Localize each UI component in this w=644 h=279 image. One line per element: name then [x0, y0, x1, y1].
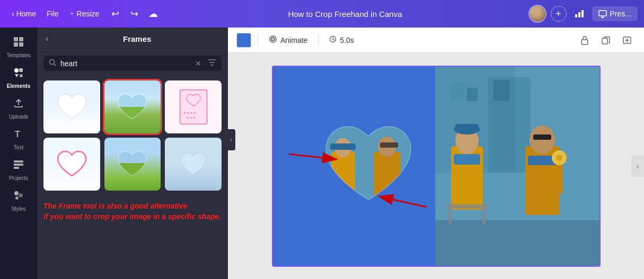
top-navigation: ‹ Home File ✦ Resize ↩ ↪ ☁ How to Crop F… — [0, 0, 644, 28]
svg-rect-32 — [115, 163, 149, 180]
undo-button[interactable]: ↩ — [107, 5, 123, 22]
sidebar-item-elements[interactable]: Elements — [0, 62, 37, 93]
frames-panel-header: ‹ Frames — [37, 28, 228, 50]
frame-item[interactable] — [43, 138, 100, 191]
duration-button[interactable]: 5.0s — [325, 33, 358, 47]
chevron-left-icon: ‹ — [12, 10, 14, 18]
chevron-right-icon: › — [637, 162, 639, 170]
svg-rect-70 — [330, 143, 356, 150]
canvas-viewport[interactable]: › — [228, 53, 644, 279]
heart-cutout — [315, 115, 421, 218]
search-clear-button[interactable]: ✕ — [195, 59, 201, 68]
annotation-text: The Frame tool is also a good alternativ… — [43, 202, 221, 221]
duration-label: 5.0s — [340, 36, 354, 44]
animate-button[interactable]: Animate — [264, 33, 312, 47]
text-icon: T — [13, 128, 24, 142]
avatar[interactable] — [528, 5, 546, 23]
svg-point-20 — [15, 196, 19, 200]
animate-icon — [269, 35, 277, 45]
sidebar-item-projects[interactable]: Projects — [0, 155, 37, 185]
canvas-content — [272, 66, 601, 267]
svg-point-18 — [14, 191, 19, 195]
toolbar-divider — [258, 34, 258, 47]
analytics-button[interactable] — [571, 5, 588, 22]
sidebar-item-styles[interactable]: Styles — [0, 185, 37, 216]
frames-panel: ‹ Frames ✕ — [37, 28, 228, 279]
sidebar: Templates Elements Uploads — [0, 28, 37, 279]
resize-menu[interactable]: ✦ Resize — [64, 6, 105, 21]
svg-rect-27 — [115, 107, 149, 123]
svg-rect-3 — [599, 11, 606, 16]
elements-icon — [13, 67, 24, 81]
svg-rect-15 — [14, 160, 23, 163]
search-input[interactable] — [60, 59, 191, 68]
svg-point-10 — [14, 68, 19, 73]
svg-rect-39 — [581, 40, 588, 44]
collapse-icon: ‹ — [230, 136, 232, 143]
frame-item[interactable]: ♥ ♥ ♥ ♥ ♥ ♥ ♥ — [165, 80, 222, 133]
svg-line-22 — [54, 64, 56, 66]
animate-label: Animate — [280, 36, 307, 44]
document-title: How to Crop Freehand in Canva — [162, 10, 528, 19]
canvas-right-panel-toggle[interactable]: › — [631, 156, 644, 177]
svg-rect-31 — [115, 148, 149, 163]
canvas-photo — [435, 67, 599, 266]
templates-icon — [13, 36, 24, 50]
color-swatch[interactable] — [236, 33, 251, 48]
frame-item[interactable] — [43, 80, 100, 133]
svg-rect-68 — [331, 152, 355, 200]
frame-tool-annotation: The Frame tool is also a good alternativ… — [37, 195, 228, 228]
search-icon — [49, 59, 56, 68]
add-collaborator-button[interactable]: + — [551, 6, 567, 22]
svg-rect-48 — [467, 88, 478, 101]
search-filter-button[interactable] — [208, 59, 216, 68]
file-menu[interactable]: File — [41, 6, 64, 21]
frames-panel-title: Frames — [55, 34, 219, 43]
frame-item[interactable] — [165, 138, 222, 191]
svg-text:T: T — [15, 130, 20, 139]
add-page-button[interactable] — [619, 32, 636, 49]
sidebar-item-templates[interactable]: Templates — [0, 32, 37, 62]
svg-rect-47 — [451, 83, 464, 101]
resize-label: Resize — [77, 10, 100, 18]
home-label: Home — [16, 10, 36, 18]
cloud-save-button[interactable]: ☁ — [145, 5, 162, 22]
svg-rect-17 — [14, 167, 19, 169]
toolbar-divider-2 — [318, 34, 319, 47]
svg-rect-63 — [556, 162, 562, 194]
svg-rect-57 — [448, 209, 452, 224]
panel-collapse-button[interactable]: ‹ — [227, 129, 235, 150]
home-button[interactable]: ‹ Home — [6, 6, 41, 21]
sidebar-item-uploads[interactable]: Uploads — [0, 93, 37, 124]
svg-rect-1 — [578, 12, 580, 17]
svg-point-19 — [19, 193, 23, 197]
svg-point-35 — [272, 39, 274, 40]
resize-star-icon: ✦ — [69, 10, 75, 17]
svg-rect-50 — [435, 220, 599, 266]
svg-rect-16 — [14, 164, 23, 166]
file-label: File — [47, 10, 59, 18]
svg-rect-58 — [482, 209, 486, 224]
frames-panel-back-button[interactable]: ‹ — [46, 34, 48, 43]
sidebar-item-text[interactable]: T Text — [0, 124, 37, 155]
svg-rect-11 — [19, 68, 23, 72]
svg-rect-9 — [19, 42, 23, 47]
svg-rect-61 — [533, 134, 551, 140]
frame-item[interactable] — [104, 138, 161, 191]
elements-label: Elements — [7, 83, 30, 89]
lock-button[interactable] — [576, 32, 593, 49]
present-button[interactable]: Pres... — [592, 6, 638, 21]
duplicate-button[interactable] — [597, 32, 614, 49]
redo-button[interactable]: ↪ — [126, 5, 143, 22]
svg-rect-55 — [454, 154, 480, 165]
svg-text:♥ ♥ ♥: ♥ ♥ ♥ — [186, 115, 196, 120]
svg-point-65 — [556, 155, 562, 161]
svg-rect-40 — [602, 38, 607, 44]
svg-rect-49 — [493, 80, 509, 101]
projects-label: Projects — [9, 175, 28, 181]
styles-label: Styles — [11, 206, 25, 212]
frame-item[interactable] — [104, 80, 161, 133]
templates-label: Templates — [6, 52, 31, 58]
svg-rect-2 — [581, 10, 584, 17]
time-icon — [329, 35, 337, 44]
